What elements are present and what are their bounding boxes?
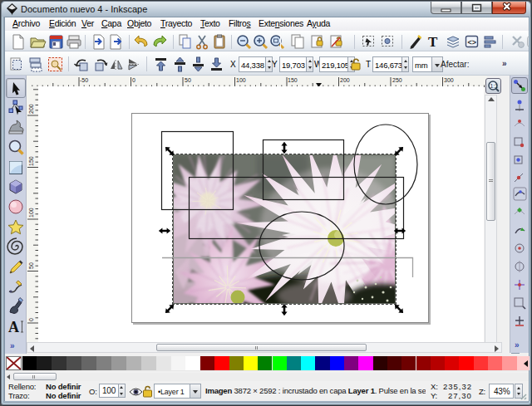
svg-text:150: 150: [28, 156, 34, 166]
svg-text:-50: -50: [80, 77, 88, 83]
svg-text:100: 100: [28, 208, 34, 218]
svg-text:200: 200: [28, 104, 34, 114]
svg-text:200: 200: [340, 77, 350, 83]
svg-text:300: 300: [444, 77, 454, 83]
svg-text:250: 250: [392, 77, 402, 83]
svg-text:<>: <>: [468, 38, 477, 46]
svg-text:A: A: [8, 319, 19, 335]
svg-text:0: 0: [132, 77, 135, 83]
svg-text:100: 100: [236, 77, 246, 83]
svg-text:1:1: 1:1: [490, 83, 499, 89]
svg-text:0: 0: [28, 318, 34, 321]
svg-text:150: 150: [288, 77, 298, 83]
svg-text:50: 50: [28, 262, 34, 269]
svg-text:50: 50: [185, 77, 191, 83]
svg-text:T: T: [428, 34, 438, 50]
